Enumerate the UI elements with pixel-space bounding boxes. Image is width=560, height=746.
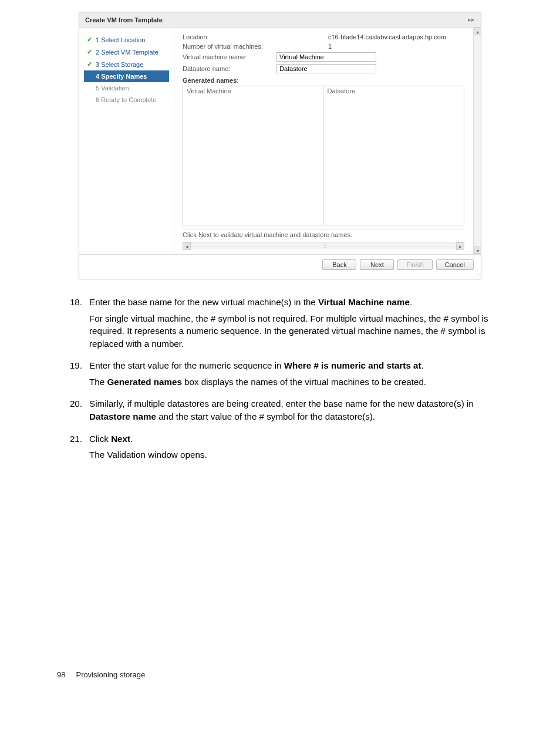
wizard-main-panel: Location: c16-blade14.caslabv.casl.adapp…	[174, 28, 481, 254]
generated-names-table: Virtual Machine Datastore	[183, 86, 464, 225]
vertical-scrollbar[interactable]: ▴ ▾	[473, 28, 481, 254]
vmname-label: Virtual machine name:	[183, 53, 276, 60]
step-specify-names[interactable]: 4 Specify Names	[84, 70, 169, 82]
generated-vm-column: Virtual Machine	[183, 86, 324, 225]
finish-button: Finish	[397, 259, 432, 270]
page-footer: 98 Provisioning storage	[0, 670, 560, 679]
step-select-storage[interactable]: ✓ 3 Select Storage	[84, 58, 169, 70]
list-item: 21. Click Next. The Validation window op…	[69, 433, 507, 465]
resize-grip-icon[interactable]: ⋰	[79, 275, 481, 279]
horizontal-scrollbar[interactable]: ◂ :: ▸	[183, 242, 464, 249]
vmname-input[interactable]	[276, 52, 376, 62]
next-button[interactable]: Next	[360, 259, 394, 270]
check-icon: ✓	[86, 48, 92, 56]
step-select-vm-template[interactable]: ✓ 2 Select VM Template	[84, 46, 169, 58]
step-ready-to-complete: 6 Ready to Complete	[84, 94, 169, 106]
location-label: Location:	[183, 33, 276, 40]
scroll-up-icon[interactable]: ▴	[474, 28, 481, 35]
numvm-label: Number of virtual machines:	[183, 43, 276, 50]
numvm-value: 1	[328, 43, 332, 50]
dsname-label: Datastore name:	[183, 65, 276, 72]
create-vm-dialog: Create VM from Template ▸▸ ✓ 1 Select Lo…	[79, 12, 481, 279]
step-select-location[interactable]: ✓ 1 Select Location	[84, 33, 169, 46]
instruction-text: 18. Enter the base name for the new virt…	[0, 296, 560, 465]
cancel-button[interactable]: Cancel	[436, 259, 474, 270]
list-item: 20. Similarly, if multiple datastores ar…	[69, 397, 507, 426]
dialog-titlebar: Create VM from Template ▸▸	[79, 12, 481, 28]
step-validation: 5 Validation	[84, 82, 169, 94]
dsname-input[interactable]	[276, 64, 376, 73]
dialog-title-text: Create VM from Template	[85, 16, 163, 23]
check-icon: ✓	[86, 60, 92, 68]
scroll-right-icon[interactable]: ▸	[456, 242, 464, 250]
location-value: c16-blade14.caslabv.casl.adapps.hp.com	[328, 33, 446, 40]
scroll-down-icon[interactable]: ▾	[474, 247, 481, 254]
scroll-grip-icon[interactable]: ::	[323, 244, 326, 249]
check-icon: ✓	[86, 36, 92, 43]
dialog-button-row: Back Next Finish Cancel	[79, 255, 481, 275]
generated-ds-column: Datastore	[324, 86, 464, 225]
page-number: 98	[57, 670, 65, 679]
back-button[interactable]: Back	[322, 259, 356, 270]
scroll-left-icon[interactable]: ◂	[183, 242, 191, 250]
list-item: 19. Enter the start value for the numeri…	[69, 359, 507, 391]
hint-text: Click Next to validate virtual machine a…	[183, 229, 464, 238]
expand-icon[interactable]: ▸▸	[468, 16, 475, 23]
list-item: 18. Enter the base name for the new virt…	[69, 296, 507, 353]
wizard-sidebar: ✓ 1 Select Location ✓ 2 Select VM Templa…	[79, 28, 174, 254]
section-name: Provisioning storage	[76, 670, 145, 679]
generated-names-label: Generated names:	[183, 77, 464, 84]
